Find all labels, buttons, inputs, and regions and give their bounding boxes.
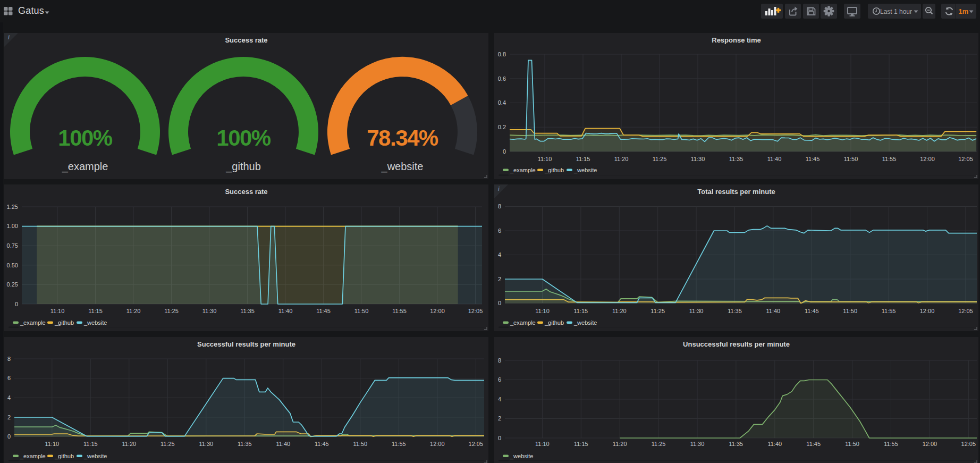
svg-text:11:45: 11:45	[316, 308, 331, 314]
svg-text:0.8: 0.8	[498, 51, 506, 57]
svg-text:_example: _example	[510, 167, 536, 173]
svg-text:2: 2	[498, 276, 501, 282]
svg-text:12:00: 12:00	[920, 156, 935, 162]
svg-text:11:45: 11:45	[315, 441, 329, 447]
svg-text:11:40: 11:40	[767, 441, 782, 447]
svg-text:4: 4	[498, 396, 501, 402]
svg-text:11:15: 11:15	[88, 308, 103, 314]
svg-text:_website: _website	[83, 319, 107, 326]
svg-text:_website: _website	[83, 453, 107, 459]
svg-text:6: 6	[7, 375, 11, 381]
svg-text:12:05: 12:05	[468, 308, 483, 314]
svg-text:_website: _website	[381, 161, 424, 173]
svg-text:11:45: 11:45	[806, 156, 820, 162]
svg-text:2: 2	[498, 415, 501, 422]
svg-text:1.00: 1.00	[7, 223, 18, 229]
svg-text:_example: _example	[510, 319, 536, 326]
svg-text:11:10: 11:10	[45, 441, 59, 447]
svg-text:8: 8	[498, 203, 501, 209]
svg-text:Response time: Response time	[712, 36, 761, 44]
svg-text:0.75: 0.75	[7, 242, 18, 249]
svg-text:11:50: 11:50	[844, 156, 858, 162]
svg-text:4: 4	[498, 251, 501, 258]
svg-text:i: i	[498, 186, 500, 192]
svg-text:1.25: 1.25	[7, 204, 18, 210]
svg-text:i: i	[8, 35, 10, 40]
svg-text:_github: _github	[544, 167, 564, 173]
svg-text:0: 0	[503, 148, 506, 155]
svg-text:11:55: 11:55	[392, 441, 406, 447]
svg-text:0: 0	[498, 300, 501, 306]
svg-text:11:25: 11:25	[650, 308, 665, 314]
svg-text:_github: _github	[54, 453, 74, 459]
svg-text:11:20: 11:20	[126, 308, 141, 314]
svg-text:11:25: 11:25	[160, 441, 175, 447]
svg-text:11:15: 11:15	[576, 156, 590, 162]
svg-text:0.6: 0.6	[498, 75, 506, 82]
svg-text:4: 4	[7, 394, 11, 401]
svg-text:12:05: 12:05	[961, 441, 976, 447]
svg-text:12:00: 12:00	[430, 441, 445, 447]
svg-text:8: 8	[498, 357, 501, 364]
svg-text:11:50: 11:50	[843, 308, 857, 314]
svg-text:11:35: 11:35	[728, 308, 742, 314]
svg-text:_website: _website	[573, 167, 597, 173]
svg-text:11:55: 11:55	[882, 308, 896, 314]
svg-text:Unsuccessful results per minut: Unsuccessful results per minute	[683, 340, 790, 348]
svg-text:11:40: 11:40	[278, 308, 293, 314]
svg-text:_website: _website	[573, 319, 597, 326]
svg-text:11:10: 11:10	[535, 441, 550, 447]
svg-text:12:05: 12:05	[958, 156, 973, 162]
svg-text:0.4: 0.4	[498, 99, 506, 106]
svg-text:100%: 100%	[58, 125, 113, 150]
svg-text:8: 8	[7, 356, 11, 362]
svg-text:0.25: 0.25	[7, 281, 18, 288]
svg-text:6: 6	[498, 376, 501, 383]
svg-text:Total results per minute: Total results per minute	[697, 188, 775, 196]
svg-text:11:35: 11:35	[729, 441, 744, 447]
svg-text:11:40: 11:40	[276, 441, 290, 447]
svg-text:0.50: 0.50	[7, 262, 18, 268]
svg-text:11:25: 11:25	[164, 308, 179, 314]
svg-text:11:50: 11:50	[845, 441, 859, 447]
svg-text:11:35: 11:35	[238, 441, 252, 447]
svg-text:11:10: 11:10	[538, 156, 552, 162]
svg-text:11:15: 11:15	[83, 441, 98, 447]
svg-text:12:05: 12:05	[958, 308, 973, 314]
svg-text:0: 0	[7, 433, 11, 440]
svg-text:0: 0	[15, 301, 18, 307]
svg-text:11:40: 11:40	[767, 156, 782, 162]
svg-text:12:00: 12:00	[920, 308, 935, 314]
svg-text:11:50: 11:50	[353, 441, 367, 447]
svg-text:11:55: 11:55	[392, 308, 407, 314]
svg-text:12:05: 12:05	[469, 441, 484, 447]
svg-text:11:20: 11:20	[613, 441, 627, 447]
svg-text:100%: 100%	[216, 125, 271, 150]
svg-text:_website: _website	[510, 453, 533, 459]
svg-text:_example: _example	[20, 319, 46, 326]
svg-text:78.34%: 78.34%	[367, 125, 438, 150]
svg-text:11:55: 11:55	[882, 156, 897, 162]
svg-text:2: 2	[7, 414, 11, 420]
svg-text:11:10: 11:10	[50, 308, 65, 314]
svg-text:0: 0	[498, 435, 501, 441]
svg-text:11:50: 11:50	[354, 308, 369, 314]
svg-text:11:35: 11:35	[240, 308, 255, 314]
svg-text:11:30: 11:30	[689, 308, 704, 314]
svg-text:_github: _github	[544, 319, 564, 326]
svg-text:11:45: 11:45	[805, 308, 819, 314]
svg-text:11:35: 11:35	[729, 156, 744, 162]
svg-text:11:25: 11:25	[652, 441, 666, 447]
svg-text:_github: _github	[54, 319, 74, 326]
svg-text:11:25: 11:25	[653, 156, 667, 162]
svg-text:Success rate: Success rate	[225, 36, 267, 44]
svg-text:11:30: 11:30	[202, 308, 217, 314]
svg-text:11:20: 11:20	[612, 308, 627, 314]
svg-text:11:15: 11:15	[574, 308, 588, 314]
svg-text:11:20: 11:20	[122, 441, 136, 447]
svg-text:12:00: 12:00	[923, 441, 937, 447]
svg-text:11:15: 11:15	[574, 441, 588, 447]
svg-text:11:55: 11:55	[884, 441, 898, 447]
svg-text:_github: _github	[225, 161, 261, 173]
svg-text:12:00: 12:00	[430, 308, 445, 314]
